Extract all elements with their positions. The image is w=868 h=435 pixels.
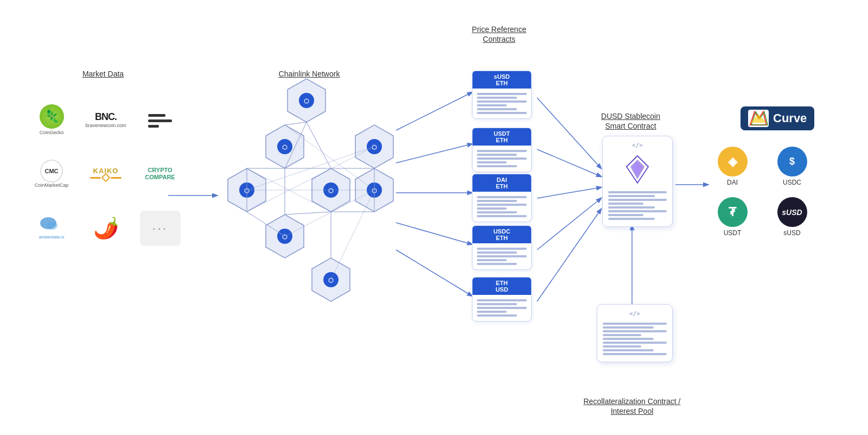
eth-usd-contract: ETHUSD — [472, 277, 532, 321]
chainlink-label: Chainlink Network — [255, 70, 363, 78]
svg-point-31 — [323, 272, 339, 287]
dusd-code-icon: </> — [607, 142, 668, 149]
dusd-logo-area — [607, 153, 668, 186]
susd-icon: sUSD — [777, 197, 807, 227]
chili-logo: 🌶️ — [84, 206, 127, 250]
dusd-label: DUSD StablecoinSmart Contract — [586, 111, 675, 131]
svg-marker-15 — [266, 125, 304, 168]
stablecoin-outputs: ◈ DAI $ USDC ₮ USDT sUSD sUSD — [711, 147, 814, 237]
recoll-smart-contract: </> — [597, 304, 673, 362]
svg-line-43 — [285, 212, 331, 215]
svg-text:⬡: ⬡ — [282, 234, 288, 240]
svg-text:⬡: ⬡ — [282, 144, 288, 150]
svg-marker-30 — [312, 258, 350, 301]
svg-point-22 — [239, 182, 254, 198]
price-reference-label: Price ReferenceContracts — [456, 24, 542, 44]
more-logo: ··· — [138, 206, 182, 250]
svg-text:⬡: ⬡ — [304, 98, 309, 104]
svg-text:⬡: ⬡ — [328, 277, 334, 283]
svg-line-4 — [396, 223, 472, 244]
svg-text:⬡: ⬡ — [372, 144, 377, 150]
svg-marker-27 — [266, 215, 304, 258]
recoll-label: Recollateralization Contract /Interest P… — [575, 396, 689, 416]
svg-point-36 — [323, 182, 339, 198]
curve-badge: Curve — [741, 106, 814, 130]
dai-coin: ◈ DAI — [711, 147, 754, 186]
susd-coin: sUSD sUSD — [770, 197, 814, 237]
svg-line-2 — [396, 144, 472, 163]
usdt-label: USDT — [724, 229, 742, 237]
svg-rect-59 — [148, 114, 165, 117]
skew-logo — [138, 98, 182, 141]
svg-line-53 — [247, 147, 374, 190]
usdc-coin: $ USDC — [770, 147, 814, 186]
svg-point-25 — [367, 182, 382, 198]
svg-line-56 — [285, 190, 374, 236]
svg-point-28 — [277, 229, 292, 244]
svg-line-1 — [396, 92, 472, 130]
coingecko-logo: 🦎 CoinGecko — [30, 98, 73, 141]
usdt-eth-contract: USDTETH — [472, 128, 532, 172]
svg-text:⬡: ⬡ — [327, 185, 335, 194]
curve-logo-icon — [748, 110, 769, 127]
svg-point-19 — [367, 139, 382, 154]
usdt-coin: ₮ USDT — [711, 197, 754, 237]
svg-line-50 — [285, 122, 307, 125]
dai-eth-contract: DAIETH — [472, 174, 532, 222]
dai-eth-header: DAIETH — [473, 174, 531, 192]
svg-line-57 — [331, 190, 374, 280]
bnc-logo: BNC. bravenewcoin.com — [84, 98, 127, 141]
market-data-grid: 🦎 CoinGecko BNC. bravenewcoin.com — [30, 98, 182, 250]
dai-label: DAI — [727, 179, 738, 186]
svg-line-49 — [307, 122, 331, 168]
dai-icon: ◈ — [718, 147, 748, 176]
amberdata-logo: amberdata.io — [30, 206, 73, 250]
svg-line-48 — [285, 122, 307, 168]
svg-marker-13 — [312, 168, 350, 212]
svg-line-9 — [537, 198, 601, 250]
usdc-eth-header: USDCETH — [473, 226, 531, 243]
svg-line-10 — [537, 209, 601, 301]
diagram: ⬡ ⬡ ⬡ ⬡ ⬡ ⬡ ⬡ ⬡ ⬡ — [0, 0, 868, 435]
svg-text:⬡: ⬡ — [372, 187, 377, 194]
usdc-eth-contract: USDCETH — [472, 225, 532, 270]
svg-marker-24 — [355, 168, 393, 212]
svg-line-47 — [247, 212, 285, 236]
usdc-label: USDC — [783, 179, 801, 186]
svg-text:⬡: ⬡ — [244, 187, 250, 194]
svg-marker-18 — [355, 125, 393, 168]
susd-label: sUSD — [783, 229, 800, 237]
susd-eth-header: sUSDETH — [473, 71, 531, 89]
svg-point-16 — [277, 139, 292, 154]
market-data-label: Market Data — [60, 70, 146, 78]
svg-line-55 — [247, 147, 374, 212]
svg-line-7 — [537, 149, 601, 176]
recoll-code-icon: </> — [602, 310, 668, 317]
svg-line-51 — [247, 168, 331, 212]
curve-label: Curve — [773, 111, 807, 125]
svg-line-8 — [537, 187, 601, 198]
svg-rect-60 — [148, 125, 159, 128]
cryptocompare-logo: CRYPTOCOMPARE — [138, 152, 182, 196]
svg-marker-21 — [228, 168, 266, 212]
svg-line-5 — [396, 250, 472, 296]
usdt-eth-header: USDTETH — [473, 128, 531, 146]
svg-rect-58 — [148, 119, 172, 122]
svg-line-52 — [285, 125, 374, 190]
usdt-icon: ₮ — [718, 197, 748, 227]
usdc-icon: $ — [777, 147, 807, 176]
svg-line-6 — [537, 98, 601, 168]
svg-text:⬡: ⬡ — [328, 187, 334, 194]
coinmarketcap-logo: CMC CoinMarketCap — [30, 152, 73, 196]
svg-point-34 — [299, 93, 314, 108]
dusd-smart-contract: </> — [602, 136, 673, 227]
kaiko-logo: KAIKO — [84, 152, 127, 196]
susd-eth-contract: sUSDETH — [472, 71, 532, 119]
eth-usd-header: ETHUSD — [473, 278, 531, 295]
svg-marker-33 — [288, 79, 326, 122]
